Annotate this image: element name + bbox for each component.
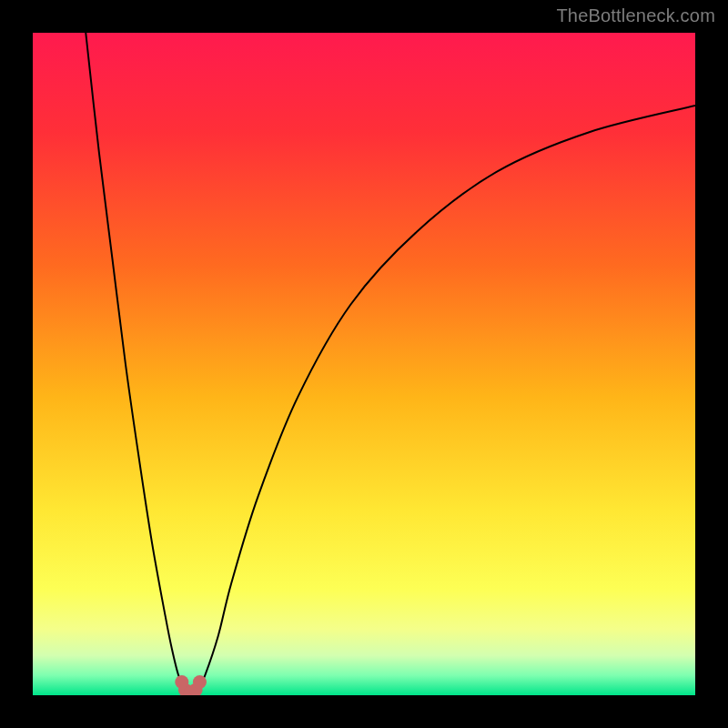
marker-dot xyxy=(193,675,207,689)
watermark-text: TheBottleneck.com xyxy=(556,5,715,26)
plot-area xyxy=(33,33,695,695)
chart-svg xyxy=(33,33,695,695)
chart-frame: TheBottleneck.com xyxy=(0,0,728,728)
gradient-background xyxy=(33,33,695,695)
